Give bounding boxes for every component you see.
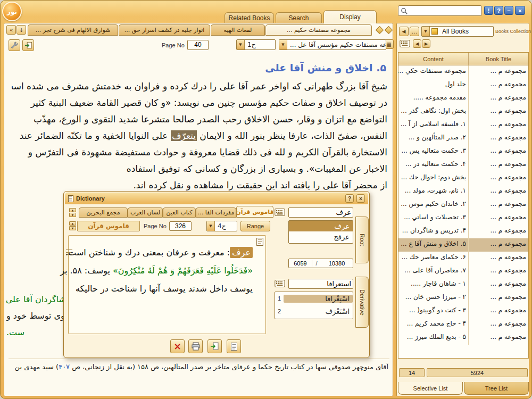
toc-row[interactable]: ۵ - بديع الملك ميرز ...مجموعه م ... xyxy=(398,331,528,345)
dict-section-combo[interactable]: ▼ ح4 xyxy=(206,221,237,231)
root-item-selected[interactable]: عرف xyxy=(289,221,353,231)
print-button[interactable] xyxy=(188,339,203,353)
dict-book-spinner[interactable]: ▲ ▼ xyxy=(69,221,76,230)
root-vertical-tab[interactable]: Root xyxy=(355,217,369,263)
back-button[interactable]: ◀ xyxy=(399,27,409,36)
highlighted-word[interactable]: يتعرّف xyxy=(171,130,197,141)
arrow-up-icon: ▲ xyxy=(69,221,76,226)
toc-row[interactable]: ۲ - ميرزا حسن خان ...مجموعه م ... xyxy=(398,292,528,305)
toc-row[interactable]: ۱. فلسفه اسلامى از آ ...مجموعه م ... xyxy=(398,119,528,132)
toc-row[interactable]: ۲. خاندان حكيم موس ...مجموعه م ... xyxy=(398,198,528,212)
counter-separator: / xyxy=(312,260,321,267)
toc-content-cell: ۷. معاصران آقا على ... xyxy=(398,265,468,278)
root-search-input[interactable] xyxy=(288,207,353,218)
tab-related-books[interactable]: Related Books xyxy=(225,12,274,23)
dict-page-no-field[interactable]: 326 xyxy=(169,221,192,231)
next-button[interactable]: ▶ xyxy=(422,39,430,48)
tab-tree-list[interactable]: Tree List xyxy=(464,382,529,395)
goto-page-button[interactable] xyxy=(22,39,34,51)
tab-selective-list[interactable]: Selective List xyxy=(398,382,463,395)
report-button[interactable] xyxy=(227,339,241,353)
close-button[interactable]: × xyxy=(515,6,525,15)
toc-row[interactable]: ۴ - حاج محمد كريم ...مجموعه م ... xyxy=(398,318,528,331)
close-dictionary-button[interactable]: × xyxy=(170,339,185,353)
dict-tab-majma[interactable]: مجمع البحرين xyxy=(79,207,128,218)
definition-term[interactable]: عرف xyxy=(230,247,253,258)
verse-reference: يوسف: ۵۸. بر xyxy=(60,265,113,276)
derivative-item[interactable]: 2 اسْتَعْرَف xyxy=(275,305,353,318)
toc-row[interactable]: ۴. تدريس و شاگردان ...مجموعه م ... xyxy=(398,225,528,238)
application-window: نور Related Books Search Display ! ? − ×… xyxy=(0,0,532,399)
derivative-item-selected[interactable]: 1 اسْتِعْرافا xyxy=(275,292,353,305)
tab-list-button[interactable]: ↓ xyxy=(16,25,26,35)
export-button[interactable] xyxy=(207,339,222,353)
tools-button[interactable] xyxy=(9,39,20,51)
toc-row[interactable]: ۷. معاصران آقا على ...مجموعه م ... xyxy=(398,265,528,278)
dialog-titlebar[interactable]: Dictionary ? × xyxy=(65,193,368,204)
dialog-close-button[interactable]: × xyxy=(356,194,365,203)
toc-content-cell: ۴. تدريس و شاگردان ... xyxy=(398,225,468,238)
toc-row[interactable]: ۱ - شاهان قاجار .....مجموعه م ... xyxy=(398,278,528,292)
keyboard-icon[interactable] xyxy=(400,40,410,47)
book-tab-shavariq[interactable]: شوارق الالهام فى شرح تجر ... xyxy=(28,24,118,36)
quote-fragment: شاگردان آقا على xyxy=(6,294,66,304)
tab-search[interactable]: Search xyxy=(276,12,322,23)
toc-row[interactable]: ۳ - كنت دو گوبينو( ...مجموعه م ... xyxy=(398,305,528,318)
help-button[interactable]: ? xyxy=(494,6,503,15)
book-tab-lamaat[interactable]: لمعات الهيه xyxy=(211,24,265,36)
toc-row[interactable]: بخش اول: نگاهى گذر ...مجموعه م ... xyxy=(398,105,528,119)
toc-row[interactable]: ۴. حكمت متعاليه در ...مجموعه م ... xyxy=(398,159,528,172)
toc-content-cell: ۳. حكمت متعاليه پس ... xyxy=(398,145,468,159)
toc-row[interactable]: ۳. تحصيلات و اساتي ...مجموعه م ... xyxy=(398,212,528,225)
toc-book-cell: مجموعه م ... xyxy=(468,318,528,331)
dict-tab-mufradat[interactable]: مفردات الفا ... xyxy=(196,207,236,218)
toc-content-cell: ۱ - شاهان قاجار ..... xyxy=(398,278,468,292)
tab-display[interactable]: Display xyxy=(323,10,377,23)
toc-row[interactable]: بخش دوم: احوال حك ...مجموعه م ... xyxy=(398,172,528,185)
keyboard-icon[interactable] xyxy=(275,280,285,287)
note-icon[interactable] xyxy=(256,238,263,246)
arrow-down-icon: ↓ xyxy=(19,27,23,33)
minimize-button[interactable]: − xyxy=(504,6,513,15)
dict-book-field[interactable]: قاموس قرآن xyxy=(77,221,140,231)
derivative-search-input[interactable] xyxy=(288,279,353,289)
toc-row[interactable]: ۲. صدر المتألهين و ...مجموعه م ... xyxy=(398,132,528,145)
prev-button[interactable]: ◀ xyxy=(413,39,421,48)
dict-tab-ain[interactable]: كتاب العين xyxy=(163,207,196,218)
root-item[interactable]: عرفج xyxy=(289,231,353,242)
derivative-vertical-tab[interactable]: Derivative xyxy=(355,277,369,328)
book-combo[interactable]: ▼ مجموعه مصنفات حكيم مؤسس آقا عل ... xyxy=(279,39,386,50)
tab-scroll-back-button[interactable]: « xyxy=(6,25,16,35)
root-list[interactable]: عرف عرفج xyxy=(288,220,353,244)
book-tab-majmooe[interactable]: مجموعه مصنفات حكيم ... xyxy=(265,24,372,36)
titlebar-search[interactable] xyxy=(398,5,482,16)
search-input[interactable] xyxy=(410,7,492,15)
toc-content-cell: ۶. حكماى معاصر حك ... xyxy=(398,252,468,265)
dialog-help-button[interactable]: ? xyxy=(345,194,354,203)
toc-row[interactable]: مقدمه مجموعه .....مجموعه م ... xyxy=(398,92,528,105)
diamond-bookmark-icon[interactable] xyxy=(376,26,384,35)
toc-row[interactable]: ۶. حكماى معاصر حك ...مجموعه م ... xyxy=(398,252,528,265)
toc-row[interactable]: ۱. نام، شهرت، مولد ...مجموعه م ... xyxy=(398,185,528,198)
keyboard-icon[interactable] xyxy=(275,209,285,216)
section-combo[interactable]: ▼ ح1 xyxy=(236,39,276,50)
derivative-list[interactable]: 1 اسْتِعْرافا 2 اسْتَعْرَف xyxy=(275,292,353,319)
dialog-tab-spinner[interactable]: ▲ ▼ xyxy=(69,208,76,217)
all-books-combo[interactable]: ▼ All Books xyxy=(421,26,494,37)
column-header-book-title[interactable]: Book Title xyxy=(468,53,528,65)
page-no-field[interactable]: 40 xyxy=(187,40,209,50)
alert-button[interactable]: ! xyxy=(484,6,493,15)
range-button[interactable]: Range xyxy=(240,221,270,231)
footnote-page-link[interactable]: ۴۰۷ xyxy=(59,363,70,371)
dict-tab-lisan[interactable]: لسان العرب xyxy=(128,207,163,218)
column-header-content[interactable]: Content xyxy=(398,53,468,65)
toc-row[interactable]: ۳. حكمت متعاليه پس ...مجموعه م ... xyxy=(398,145,528,159)
translation-line: يوسف داخل شدند يوسف آنها را شناخت در حال… xyxy=(76,284,253,294)
dict-tab-qamus[interactable]: قاموس قرآن xyxy=(236,206,273,218)
toc-row-selected[interactable]: ۵. اخلاق و منش آقا ع ...مجموعه م ... xyxy=(398,238,528,252)
more-button[interactable]: … xyxy=(410,27,419,36)
toc-row[interactable]: مجموعه مصنفات حكي ...مجموعه م ... xyxy=(398,65,528,79)
book-tab-anvar[interactable]: انوار جليه در كشف اسرار حق ... xyxy=(119,24,210,36)
toc-row[interactable]: جلد اولمجموعه م ... xyxy=(398,79,528,92)
diamond-note-icon[interactable] xyxy=(385,26,393,35)
